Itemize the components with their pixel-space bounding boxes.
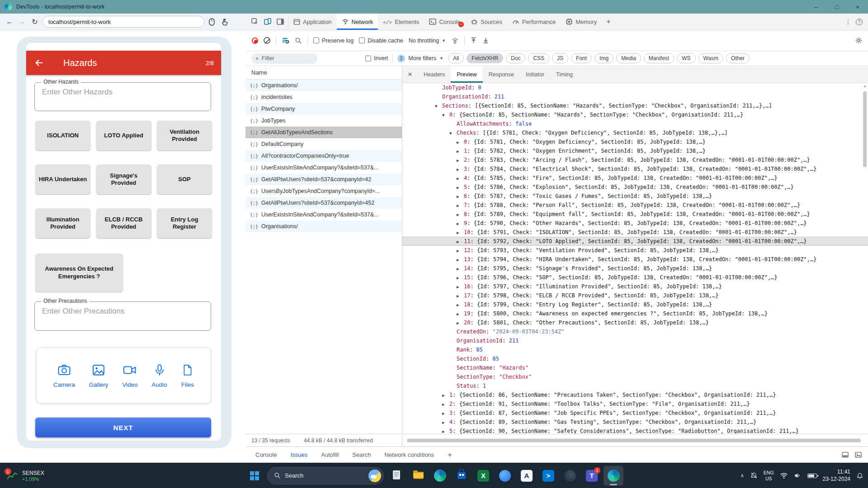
- invert-checkbox[interactable]: Invert: [365, 55, 388, 61]
- export-har-icon[interactable]: [482, 37, 489, 44]
- search-icon[interactable]: [295, 37, 302, 44]
- more-filters-button[interactable]: 2 More filters ▼: [397, 55, 443, 62]
- request-row[interactable]: {;}UserExistsInSiteAndCompany?&siteId=53…: [245, 209, 402, 221]
- expand-icon[interactable]: ▶: [457, 219, 464, 228]
- tree-line[interactable]: ▼Checks: [{Id: 5781, Check: "Oxygen Defi…: [402, 128, 868, 137]
- more-drawer-tabs-button[interactable]: +: [448, 451, 452, 459]
- device-toolbar-icon[interactable]: [262, 18, 274, 25]
- expand-icon[interactable]: ▶: [457, 237, 464, 246]
- maximize-button[interactable]: □: [826, 0, 847, 14]
- chip-doc[interactable]: Doc: [506, 53, 525, 63]
- widgets-button[interactable]: 1 SENSEX +1.09%: [6, 463, 44, 488]
- tree-line[interactable]: ▶2: {SectionId: 91, SectionName: "Toolbo…: [402, 399, 868, 408]
- collapse-icon[interactable]: ▼: [449, 129, 457, 138]
- disable-cache-checkbox[interactable]: Disable cache: [359, 38, 403, 44]
- tab-sources[interactable]: Sources: [466, 14, 507, 30]
- expand-icon[interactable]: ▶: [457, 138, 464, 147]
- expand-icon[interactable]: ▶: [457, 300, 464, 310]
- expand-icon[interactable]: ▶: [457, 201, 464, 210]
- chip-css[interactable]: CSS: [528, 53, 549, 63]
- touch-icon[interactable]: [219, 18, 230, 26]
- chip-other[interactable]: Other: [726, 53, 750, 63]
- hazard-button[interactable]: ELCB / RCCB Provided: [96, 208, 151, 238]
- teams-taskbar-button[interactable]: T1: [582, 466, 602, 486]
- tree-line[interactable]: ▶3: {Id: 5784, Check: "Electrical Shock"…: [402, 164, 868, 174]
- chip-media[interactable]: Media: [616, 53, 641, 63]
- video-button[interactable]: Video: [122, 363, 137, 388]
- request-row[interactable]: {;}GetAllPtwUsers?siteId=537&companyId=4…: [245, 197, 402, 209]
- hazard-button[interactable]: Entry Log Register: [157, 208, 212, 238]
- language-switcher[interactable]: ENGUS: [764, 470, 774, 481]
- tree-line[interactable]: ▶10: {Id: 5791, Check: "ISOLATION", Sect…: [402, 228, 868, 237]
- tree-line[interactable]: ▶1: {SectionId: 86, SectionName: "Precau…: [402, 390, 868, 399]
- tree-line[interactable]: ▶8: {Id: 5789, Check: "Equipment fall", …: [402, 210, 868, 219]
- taskbar-clock[interactable]: 11:4123-12-2024: [823, 469, 850, 483]
- tree-line[interactable]: ▶4: {Id: 5785, Check: "Fire", SectionId:…: [402, 174, 868, 183]
- expand-icon[interactable]: ▶: [457, 228, 464, 237]
- tab-performance[interactable]: Performance: [507, 14, 561, 30]
- start-button[interactable]: [245, 466, 264, 486]
- edge-taskbar-button[interactable]: [604, 466, 623, 486]
- expand-icon[interactable]: ▶: [457, 273, 464, 282]
- tree-line[interactable]: ▶19: {Id: 5800, Check: "Awareness on exp…: [402, 309, 868, 318]
- collapse-icon[interactable]: ▼: [442, 111, 449, 120]
- filter-toggle-icon[interactable]: [282, 37, 289, 44]
- detail-tab-timing[interactable]: Timing: [550, 66, 579, 83]
- expand-icon[interactable]: ▶: [457, 246, 464, 255]
- expand-icon[interactable]: ▶: [442, 391, 449, 400]
- wifi-icon[interactable]: [780, 472, 788, 479]
- forward-icon[interactable]: →: [16, 18, 28, 26]
- expand-icon[interactable]: ▶: [457, 255, 464, 264]
- import-har-icon[interactable]: [470, 37, 477, 44]
- dock-icon[interactable]: [274, 18, 286, 25]
- chip-wasm[interactable]: Wasm: [698, 53, 724, 63]
- tree-line[interactable]: ▶18: {Id: 5799, Check: "Entry Log Regist…: [402, 300, 868, 309]
- tree-line[interactable]: ▶9: {Id: 5790, Check: "Other Hazards", S…: [402, 219, 868, 228]
- tree-line[interactable]: ▶0: {Id: 5781, Check: "Oxygen Deficiency…: [402, 137, 868, 146]
- expand-icon[interactable]: ▶: [457, 147, 464, 156]
- more-tabs-button[interactable]: +: [602, 14, 615, 30]
- other-precautions-field[interactable]: Other Precautions Enter Other Precaution…: [34, 301, 211, 331]
- back-icon[interactable]: ←: [4, 18, 15, 26]
- screenshot-icon[interactable]: [855, 451, 862, 458]
- tree-line[interactable]: ▶13: {Id: 5794, Check: "HIRA Undertaken"…: [402, 255, 868, 264]
- expand-icon[interactable]: ▶: [457, 319, 464, 328]
- drawer-tab-autofill[interactable]: Autofill: [321, 451, 339, 458]
- tab-memory[interactable]: Memory: [561, 14, 602, 30]
- request-row[interactable]: {;}JobTypes: [245, 115, 402, 127]
- request-row[interactable]: {;}incidentsites: [245, 91, 402, 103]
- kebab-menu-icon[interactable]: ⋮: [845, 18, 851, 25]
- close-detail-icon[interactable]: ×: [402, 66, 418, 83]
- tree-line[interactable]: ▼0: {SectionId: 85, SectionName: "Hazard…: [402, 110, 868, 119]
- record-icon[interactable]: [252, 38, 258, 44]
- hazard-button[interactable]: Awareness On Expected Emergencies ?: [35, 253, 123, 292]
- network-conditions-icon[interactable]: [451, 37, 459, 44]
- vertical-scrollbar[interactable]: ▲: [862, 84, 868, 433]
- tree-line[interactable]: ▶1: {Id: 5782, Check: "Oxygen Enrichment…: [402, 146, 868, 155]
- request-row[interactable]: {;}GetAllJobTypesAndSections: [245, 127, 402, 138]
- battery-icon[interactable]: [807, 474, 817, 478]
- tree-line[interactable]: ▶12: {Id: 5793, Check: "Ventilation Prov…: [402, 246, 868, 255]
- dock-bottom-icon[interactable]: [842, 451, 849, 458]
- expand-icon[interactable]: ▶: [457, 210, 464, 219]
- help-icon[interactable]: ?: [856, 19, 863, 25]
- chip-all[interactable]: All: [448, 53, 464, 63]
- tree-line[interactable]: ▶15: {Id: 5796, Check: "SOP", SectionId:…: [402, 273, 868, 282]
- expand-icon[interactable]: ▶: [457, 310, 464, 319]
- taskbar-search[interactable]: Search: [267, 467, 384, 484]
- camera-button[interactable]: Camera: [53, 363, 75, 388]
- detail-tab-response[interactable]: Response: [483, 66, 520, 83]
- expand-icon[interactable]: ▶: [457, 183, 464, 192]
- expand-icon[interactable]: ▶: [442, 418, 449, 427]
- tree-line[interactable]: ▶17: {Id: 5798, Check: "ELCB / RCCB Prov…: [402, 291, 868, 300]
- file-explorer-taskbar-button[interactable]: [408, 466, 428, 486]
- expand-icon[interactable]: ▶: [457, 291, 464, 300]
- scrollbar-thum b[interactable]: [863, 91, 867, 167]
- scroll-up-icon[interactable]: ▲: [862, 84, 868, 88]
- tree-line[interactable]: ▶16: {Id: 5797, Check: "Illumination Pro…: [402, 282, 868, 291]
- detail-tab-preview[interactable]: Preview: [451, 66, 482, 83]
- chip-manifest[interactable]: Manifest: [644, 53, 674, 63]
- hazard-button[interactable]: HIRA Undertaken: [35, 164, 90, 194]
- request-list-header[interactable]: Name: [245, 66, 402, 80]
- request-row[interactable]: {;}UserExistsInSiteAndCompany?&siteId=53…: [245, 162, 402, 174]
